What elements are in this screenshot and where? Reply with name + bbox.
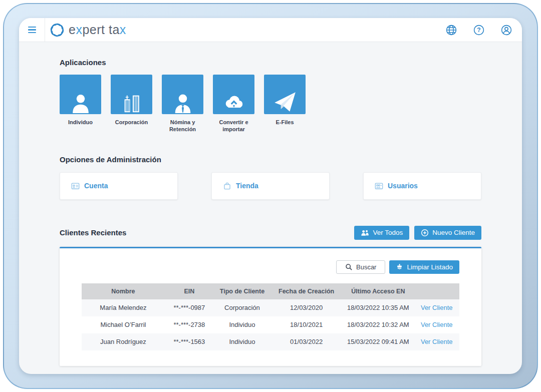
- ver-cliente-link[interactable]: Ver Cliente: [421, 338, 453, 345]
- app-tile-label: Individuo: [60, 119, 101, 126]
- globe-icon[interactable]: [446, 25, 457, 36]
- main-content: Aplicaciones Individuo: [19, 42, 522, 366]
- svg-text:?: ?: [477, 27, 480, 34]
- clients-toolbar: Buscar Limpiar Listado: [82, 260, 459, 274]
- person-tie-icon: [171, 91, 194, 114]
- table-header-row: Nombre EIN Tipo de Cliente Fecha de Crea…: [82, 283, 459, 299]
- cell-ultimo-acceso: 18/03/2022 10:35 AM: [342, 299, 414, 316]
- col-header-action: [414, 283, 459, 299]
- app-tile-nomina[interactable]: Nómina y Retención: [162, 75, 203, 133]
- cell-ein: **-***-0987: [165, 299, 214, 316]
- admin-section-title: Opciones de Administración: [60, 155, 481, 164]
- col-header-ultimo-acceso: Último Acceso EN: [342, 283, 414, 299]
- cell-ultimo-acceso: 15/03/2022 09:41 AM: [342, 333, 414, 350]
- app-tile-label: Nómina y Retención: [162, 119, 203, 133]
- hamburger-icon: [28, 27, 36, 33]
- plus-circle-icon: [421, 229, 429, 237]
- broom-icon: [396, 263, 403, 271]
- ver-cliente-link[interactable]: Ver Cliente: [421, 304, 453, 311]
- app-tile-label: E-Files: [264, 119, 306, 126]
- app-window: expert tax ? Aplicaciones: [19, 18, 522, 374]
- cell-nombre: Juan Rodríguez: [82, 333, 165, 350]
- person-icon: [69, 91, 92, 114]
- swirl-logo-icon: [50, 23, 64, 37]
- admin-card-label: Tienda: [236, 182, 258, 190]
- cell-tipo: Individuo: [214, 316, 270, 333]
- app-tile-label: Convertir e importar: [213, 119, 254, 133]
- table-row: Juan Rodríguez **-***-1563 Individuo 01/…: [82, 333, 459, 350]
- cell-nombre: María Melendez: [82, 299, 165, 316]
- ver-todos-button[interactable]: Ver Todos: [354, 226, 409, 240]
- cell-nombre: Michael O’Farril: [82, 316, 165, 333]
- table-row: María Melendez **-***-0987 Corporación 1…: [82, 299, 459, 316]
- col-header-tipo: Tipo de Cliente: [214, 283, 270, 299]
- buscar-button[interactable]: Buscar: [336, 260, 385, 274]
- cell-tipo: Corporación: [214, 299, 270, 316]
- admin-card-tienda[interactable]: Tienda: [211, 172, 330, 200]
- users-card-icon: [375, 182, 383, 190]
- search-icon: [345, 263, 353, 271]
- app-tile-corporacion[interactable]: Corporación: [111, 75, 152, 133]
- cell-ein: **-***-2738: [165, 316, 214, 333]
- hamburger-menu-button[interactable]: [19, 18, 45, 42]
- titlebar: expert tax ?: [19, 18, 522, 42]
- cloud-upload-icon: [222, 91, 245, 114]
- col-header-ein: EIN: [165, 283, 214, 299]
- app-tile-convertir[interactable]: Convertir e importar: [213, 75, 254, 133]
- cell-ultimo-acceso: 18/03/2022 10:32 AM: [342, 316, 414, 333]
- shopping-bag-icon: [223, 182, 231, 190]
- cell-fecha: 18/10/2021: [270, 316, 342, 333]
- cell-tipo: Individuo: [214, 333, 270, 350]
- admin-card-cuenta[interactable]: Cuenta: [60, 172, 178, 200]
- clients-header-row: Clientes Recientes Ver Todos: [60, 226, 481, 240]
- cell-ein: **-***-1563: [165, 333, 214, 350]
- admin-card-usuarios[interactable]: Usuarios: [363, 172, 481, 200]
- admin-card-label: Usuarios: [388, 182, 418, 190]
- paper-plane-icon: [273, 89, 298, 114]
- nuevo-cliente-button[interactable]: Nuevo Cliente: [414, 226, 481, 240]
- help-icon[interactable]: ?: [473, 25, 484, 36]
- brand-logo: expert tax: [50, 18, 126, 42]
- account-icon[interactable]: [501, 25, 512, 36]
- col-header-fecha: Fecha de Creación: [270, 283, 342, 299]
- admin-card-label: Cuenta: [84, 182, 108, 190]
- cell-fecha: 01/03/2022: [270, 333, 342, 350]
- app-tiles: Individuo: [60, 75, 481, 133]
- cell-fecha: 12/03/2020: [270, 299, 342, 316]
- clients-card: Buscar Limpiar Listado: [60, 247, 481, 366]
- brand-wordmark: expert tax: [69, 23, 126, 37]
- apps-section-title: Aplicaciones: [60, 42, 481, 67]
- id-card-icon: [71, 182, 80, 190]
- ver-cliente-link[interactable]: Ver Cliente: [421, 321, 453, 328]
- users-icon: [361, 229, 369, 236]
- app-tile-efiles[interactable]: E-Files: [264, 75, 306, 133]
- table-row: Michael O’Farril **-***-2738 Individuo 1…: [82, 316, 459, 333]
- clients-table: Nombre EIN Tipo de Cliente Fecha de Crea…: [82, 283, 459, 350]
- titlebar-actions: ?: [446, 18, 522, 42]
- limpiar-listado-button[interactable]: Limpiar Listado: [389, 260, 459, 274]
- col-header-nombre: Nombre: [82, 283, 165, 299]
- app-tile-label: Corporación: [111, 119, 152, 126]
- buildings-icon: [120, 91, 143, 114]
- admin-cards: Cuenta Tienda Usuarios: [60, 172, 481, 200]
- app-tile-individuo[interactable]: Individuo: [60, 75, 101, 133]
- clients-section-title: Clientes Recientes: [60, 228, 126, 237]
